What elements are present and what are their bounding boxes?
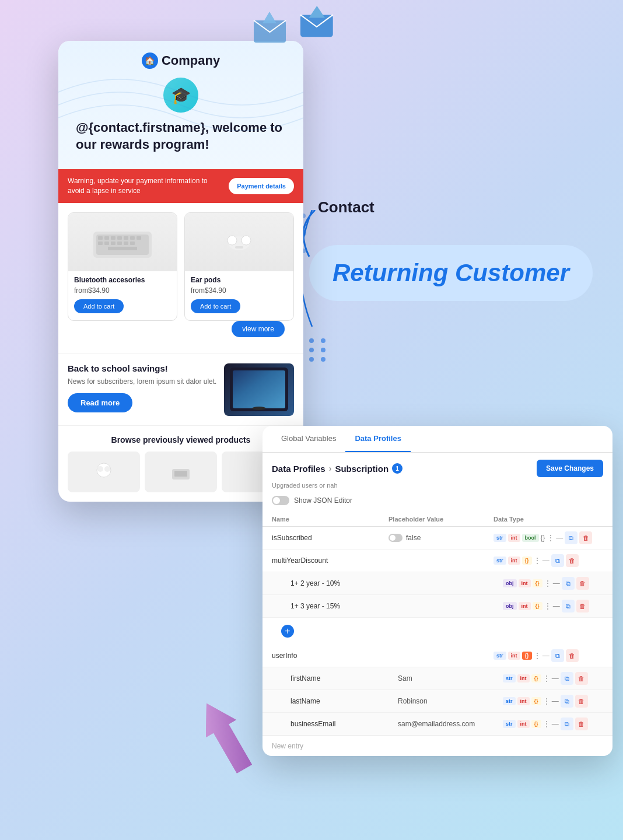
panel-header: Data Profiles › Subscription 1 Save Chan… [262,453,612,482]
delete-action-3[interactable]: 🗑 [576,577,589,590]
table-row: userInfo str int {} ⋮ — ⧉ 🗑 [262,645,612,667]
svg-rect-15 [111,242,116,245]
copy-action-fn[interactable]: ⧉ [561,672,573,685]
copy-action-4[interactable]: ⧉ [562,600,575,612]
svg-rect-19 [108,247,137,250]
badge-obj-ui: {} [522,652,532,660]
delete-action-4[interactable]: 🗑 [576,600,589,612]
add-to-cart-button-2[interactable]: Add to cart [191,299,240,313]
badge-int-2: int [508,556,520,565]
browse-title: Browse previously viewed products [68,435,294,444]
read-more-button[interactable]: Read more [68,393,132,412]
new-entry-row: New entry [262,736,612,756]
issubscribed-toggle[interactable] [388,534,402,542]
breadcrumb-separator: › [329,464,332,473]
more-types-4: ⋮ — [544,602,560,610]
envelope-icon-1 [251,12,292,47]
delete-action-ui[interactable]: 🗑 [566,649,579,662]
more-types-ui: ⋮ — [534,652,550,660]
email-header: 🏠 Company 🎓 @{contact.firstname}, welcom… [58,41,303,169]
row-name-2year: 1+ 2 year - 10% [281,579,398,587]
copy-action-2[interactable]: ⧉ [551,554,564,567]
json-toggle-row: Show JSON Editor [262,494,612,512]
save-changes-button[interactable]: Save Changes [537,460,603,477]
row-name-issubscribed: isSubscribed [272,534,388,542]
payment-details-button[interactable]: Payment details [229,178,294,194]
products-section: Bluetooth accesories from$34.90 Add to c… [58,203,303,354]
badge-arr-3: {} [533,602,542,610]
browse-item-1 [68,452,140,492]
table-header: Name Placeholder Value Data Type [262,512,612,527]
badge-int-ln: int [517,697,530,705]
col-placeholder: Placeholder Value [388,516,494,523]
badge-str: str [494,534,506,542]
badge-int-be: int [517,720,530,728]
svg-marker-1 [262,12,276,23]
row-actions-businessemail: str int {} ⋮ — ⧉ 🗑 [503,718,603,730]
more-types: {} ⋮ — [541,534,564,542]
copy-action-ui[interactable]: ⧉ [551,649,564,662]
savings-section: Back to school savings! News for subscri… [58,354,303,425]
svg-rect-16 [117,242,122,245]
delete-action-fn[interactable]: 🗑 [575,672,588,685]
svg-rect-10 [124,236,128,240]
product-price-2: from$34.90 [185,286,293,299]
row-actions-lastname: str int {} ⋮ — ⧉ 🗑 [503,695,603,708]
badge-obj-2: obj [503,602,517,610]
table-row: multiYearDiscount str int {} ⋮ — ⧉ 🗑 [262,550,612,572]
copy-action-3[interactable]: ⧉ [562,577,575,590]
badge-obj-1: obj [503,579,517,587]
svg-point-26 [252,407,266,410]
add-row-button[interactable]: + [281,625,294,638]
delete-action[interactable]: 🗑 [579,531,592,544]
product-name-2: Ear pods [185,271,293,286]
savings-text: Back to school savings! News for subscri… [68,363,217,413]
row-name-businessemail: businessEmail [281,720,398,728]
svg-rect-12 [136,236,141,240]
badge-arr-fn: {} [531,674,541,682]
badge-str-be: str [503,720,516,728]
data-profiles-panel: Global Variables Data Profiles Data Prof… [262,426,612,756]
warning-text: Warning, update your payment information… [68,176,223,196]
copy-action-ln[interactable]: ⧉ [561,695,573,708]
add-to-cart-button-1[interactable]: Add to cart [74,299,124,313]
new-entry-placeholder: New entry [272,742,303,750]
warning-bar: Warning, update your payment information… [58,169,303,203]
table-row: lastName Robinson str int {} ⋮ — ⧉ 🗑 [262,690,612,713]
badge-int-ui: int [508,652,520,660]
delete-action-2[interactable]: 🗑 [566,554,579,567]
envelope-icon-2 [298,6,338,41]
table-row: isSubscribed false str int bool {} ⋮ — ⧉… [262,527,612,550]
toggle-knob [273,497,280,504]
row-name-multiyeardiscount: multiYearDiscount [272,556,388,565]
copy-action[interactable]: ⧉ [565,531,578,544]
add-row-section: + [262,618,612,645]
product-price-1: from$34.90 [68,286,177,299]
returning-customer-bubble: Returning Customer [309,245,593,301]
badge-str-fn: str [503,674,516,682]
earbuds-product-image [185,213,293,271]
svg-point-21 [228,236,237,245]
data-profiles-tab[interactable]: Data Profiles [345,426,410,452]
delete-action-be[interactable]: 🗑 [575,718,588,730]
svg-point-29 [104,466,110,472]
product-card-keyboard: Bluetooth accesories from$34.90 Add to c… [68,212,177,321]
json-editor-toggle[interactable] [272,496,289,505]
copy-action-be[interactable]: ⧉ [561,718,573,730]
tablet-image [224,363,294,416]
svg-rect-14 [104,242,109,245]
svg-rect-11 [130,236,135,240]
svg-rect-25 [233,370,285,408]
global-variables-tab[interactable]: Global Variables [272,426,345,452]
view-more-button[interactable]: view more [232,321,285,337]
savings-description: News for subscribers, lorem ipsum sit da… [68,377,217,387]
row-actions-firstname: str int {} ⋮ — ⧉ 🗑 [503,672,603,685]
row-actions-issubscribed: str int bool {} ⋮ — ⧉ 🗑 [494,531,603,544]
row-placeholder-issubscribed: false [388,534,494,542]
svg-point-28 [97,466,103,472]
badge-bool: bool [522,534,539,542]
breadcrumb-subscription: Subscription [335,464,388,474]
browse-item-2 [145,452,217,492]
svg-rect-8 [111,236,116,240]
delete-action-ln[interactable]: 🗑 [575,695,588,708]
